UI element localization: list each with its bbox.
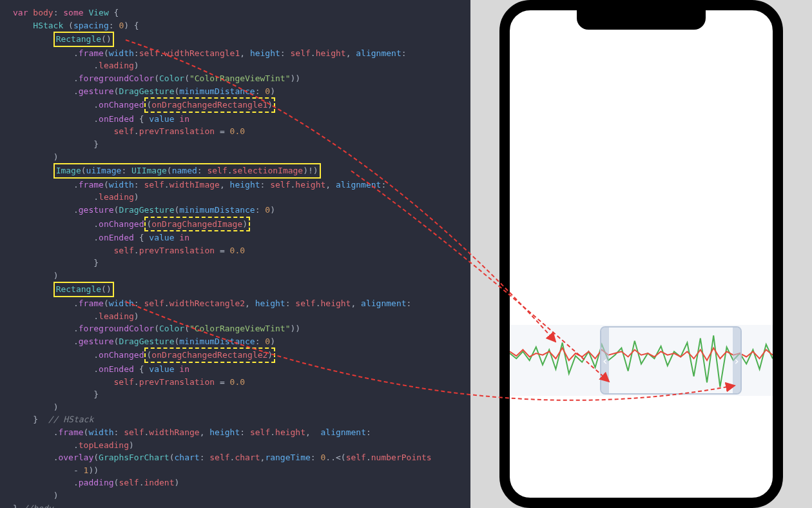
code-editor[interactable]: var body: some View { HStack (spacing: 0… [0,0,470,508]
highlight-ondrag-image: (onDragChangedImage) [144,217,251,232]
range-handle-left[interactable]: ‹ [601,327,609,393]
phone-notch [577,10,706,30]
range-chart[interactable]: ‹ › [510,325,773,396]
highlight-ondrag-rect2: (onDragChangedRectangle2) [144,347,276,363]
highlight-rectangle1: Rectangle() [53,32,114,47]
highlight-image: Image(uiImage: UIImage(named: self.selec… [53,163,321,179]
preview-pane: ‹ › [470,0,812,508]
range-selector[interactable]: ‹ › [600,326,742,395]
highlight-ondrag-rect1: (onDragChangedRectangle1) [144,97,276,113]
highlight-rectangle2: Rectangle() [53,282,114,297]
phone-simulator: ‹ › [499,0,783,508]
range-handle-right[interactable]: › [733,327,740,393]
